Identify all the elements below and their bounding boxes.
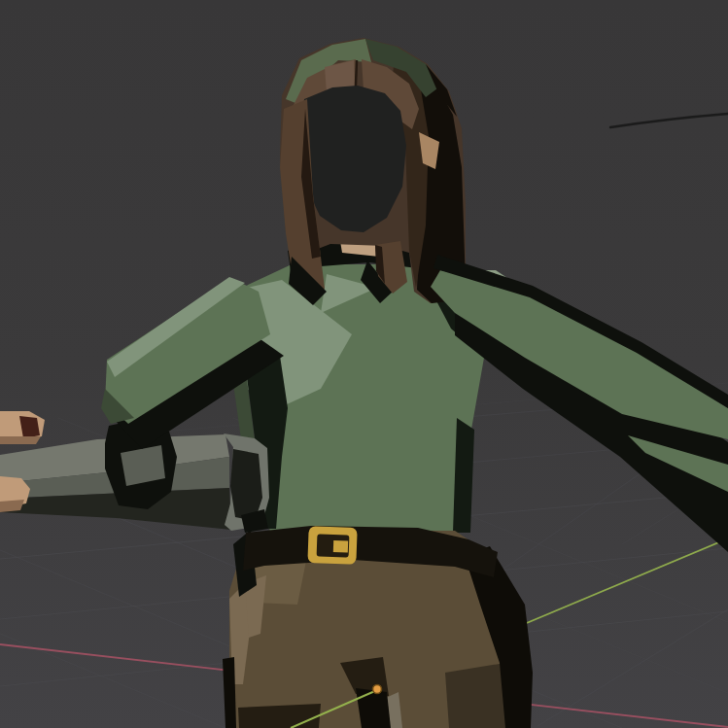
buckle-prong bbox=[333, 540, 348, 553]
left-leg-cuff bbox=[238, 704, 321, 728]
bat-end-cap-face bbox=[230, 449, 262, 521]
between-legs-gap bbox=[356, 688, 391, 728]
viewport-canvas[interactable] bbox=[0, 0, 728, 728]
finger-underside-shade bbox=[0, 436, 41, 444]
belt-buckle bbox=[307, 526, 357, 565]
viewport-3d[interactable] bbox=[0, 0, 728, 728]
object-origin-point[interactable] bbox=[373, 685, 382, 694]
